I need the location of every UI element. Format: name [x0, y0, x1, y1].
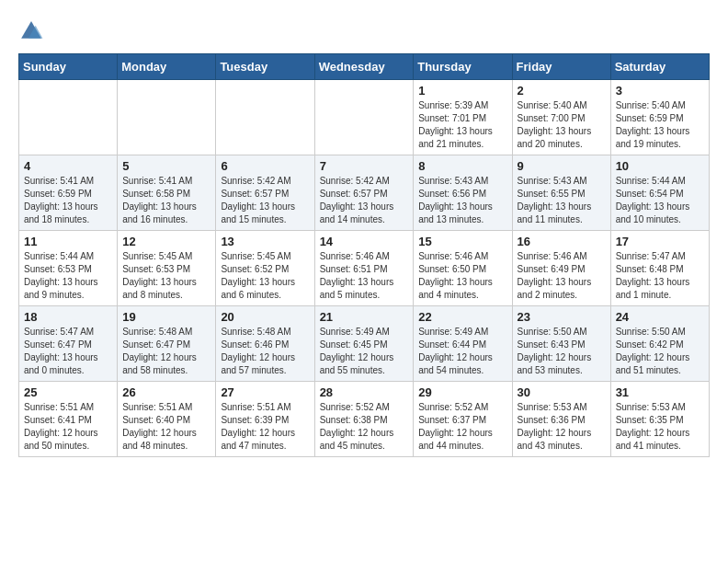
day-number: 11 — [24, 235, 112, 248]
calendar-cell: 3Sunrise: 5:40 AM Sunset: 6:59 PM Daylig… — [610, 80, 709, 155]
calendar-cell — [118, 80, 216, 155]
day-detail: Sunrise: 5:41 AM Sunset: 6:58 PM Dayligh… — [122, 175, 210, 226]
calendar-cell: 20Sunrise: 5:48 AM Sunset: 6:46 PM Dayli… — [216, 306, 314, 382]
calendar-cell: 9Sunrise: 5:43 AM Sunset: 6:55 PM Daylig… — [512, 155, 610, 231]
day-number: 6 — [221, 159, 309, 173]
day-number: 18 — [24, 310, 112, 324]
calendar-cell: 13Sunrise: 5:45 AM Sunset: 6:52 PM Dayli… — [216, 231, 314, 306]
day-detail: Sunrise: 5:46 AM Sunset: 6:50 PM Dayligh… — [418, 250, 506, 302]
day-detail: Sunrise: 5:49 AM Sunset: 6:45 PM Dayligh… — [320, 326, 409, 377]
calendar-cell — [19, 80, 118, 155]
calendar-cell: 5Sunrise: 5:41 AM Sunset: 6:58 PM Daylig… — [118, 155, 216, 231]
day-number: 1 — [418, 84, 506, 98]
calendar-cell: 25Sunrise: 5:51 AM Sunset: 6:41 PM Dayli… — [19, 382, 118, 457]
calendar-cell: 18Sunrise: 5:47 AM Sunset: 6:47 PM Dayli… — [19, 306, 118, 382]
calendar-cell: 16Sunrise: 5:46 AM Sunset: 6:49 PM Dayli… — [512, 231, 610, 306]
day-detail: Sunrise: 5:47 AM Sunset: 6:47 PM Dayligh… — [24, 326, 112, 377]
day-number: 23 — [518, 310, 606, 324]
weekday-header: Thursday — [414, 54, 512, 80]
calendar-week-row: 18Sunrise: 5:47 AM Sunset: 6:47 PM Dayli… — [19, 306, 710, 382]
day-detail: Sunrise: 5:50 AM Sunset: 6:42 PM Dayligh… — [616, 326, 704, 377]
day-detail: Sunrise: 5:48 AM Sunset: 6:46 PM Dayligh… — [221, 326, 309, 377]
day-number: 24 — [616, 310, 704, 324]
weekday-header: Saturday — [610, 54, 709, 80]
day-detail: Sunrise: 5:45 AM Sunset: 6:52 PM Dayligh… — [221, 250, 309, 302]
calendar-cell: 24Sunrise: 5:50 AM Sunset: 6:42 PM Dayli… — [610, 306, 709, 382]
day-detail: Sunrise: 5:42 AM Sunset: 6:57 PM Dayligh… — [320, 175, 409, 226]
day-number: 29 — [418, 385, 506, 399]
day-detail: Sunrise: 5:40 AM Sunset: 6:59 PM Dayligh… — [616, 99, 704, 151]
day-number: 21 — [320, 310, 409, 324]
page-header — [18, 18, 710, 44]
day-detail: Sunrise: 5:49 AM Sunset: 6:44 PM Dayligh… — [418, 326, 506, 377]
day-number: 4 — [24, 159, 112, 173]
calendar-cell: 29Sunrise: 5:52 AM Sunset: 6:37 PM Dayli… — [414, 382, 512, 457]
calendar-cell: 30Sunrise: 5:53 AM Sunset: 6:36 PM Dayli… — [512, 382, 610, 457]
calendar-cell: 21Sunrise: 5:49 AM Sunset: 6:45 PM Dayli… — [314, 306, 414, 382]
day-number: 15 — [418, 235, 506, 248]
calendar-cell — [216, 80, 314, 155]
logo — [18, 18, 50, 44]
day-number: 14 — [320, 235, 409, 248]
calendar-cell: 8Sunrise: 5:43 AM Sunset: 6:56 PM Daylig… — [414, 155, 512, 231]
calendar-week-row: 4Sunrise: 5:41 AM Sunset: 6:59 PM Daylig… — [19, 155, 710, 231]
day-detail: Sunrise: 5:43 AM Sunset: 6:55 PM Dayligh… — [518, 175, 606, 226]
day-detail: Sunrise: 5:46 AM Sunset: 6:51 PM Dayligh… — [320, 250, 409, 302]
day-detail: Sunrise: 5:51 AM Sunset: 6:39 PM Dayligh… — [221, 401, 309, 453]
calendar-cell: 6Sunrise: 5:42 AM Sunset: 6:57 PM Daylig… — [216, 155, 314, 231]
calendar-cell: 15Sunrise: 5:46 AM Sunset: 6:50 PM Dayli… — [414, 231, 512, 306]
day-detail: Sunrise: 5:48 AM Sunset: 6:47 PM Dayligh… — [122, 326, 210, 377]
calendar-week-row: 1Sunrise: 5:39 AM Sunset: 7:01 PM Daylig… — [19, 80, 710, 155]
day-number: 17 — [616, 235, 704, 248]
day-detail: Sunrise: 5:46 AM Sunset: 6:49 PM Dayligh… — [518, 250, 606, 302]
day-detail: Sunrise: 5:53 AM Sunset: 6:36 PM Dayligh… — [518, 401, 606, 453]
day-detail: Sunrise: 5:40 AM Sunset: 7:00 PM Dayligh… — [518, 99, 606, 151]
calendar-week-row: 25Sunrise: 5:51 AM Sunset: 6:41 PM Dayli… — [19, 382, 710, 457]
day-detail: Sunrise: 5:52 AM Sunset: 6:37 PM Dayligh… — [418, 401, 506, 453]
weekday-header: Friday — [512, 54, 610, 80]
weekday-header: Sunday — [19, 54, 118, 80]
calendar-cell: 26Sunrise: 5:51 AM Sunset: 6:40 PM Dayli… — [118, 382, 216, 457]
day-detail: Sunrise: 5:44 AM Sunset: 6:53 PM Dayligh… — [24, 250, 112, 302]
day-number: 13 — [221, 235, 309, 248]
day-number: 7 — [320, 159, 409, 173]
calendar-cell: 28Sunrise: 5:52 AM Sunset: 6:38 PM Dayli… — [314, 382, 414, 457]
weekday-header: Wednesday — [314, 54, 414, 80]
weekday-header: Tuesday — [216, 54, 314, 80]
day-number: 22 — [418, 310, 506, 324]
calendar-cell: 12Sunrise: 5:45 AM Sunset: 6:53 PM Dayli… — [118, 231, 216, 306]
day-number: 31 — [616, 385, 704, 399]
day-detail: Sunrise: 5:39 AM Sunset: 7:01 PM Dayligh… — [418, 99, 506, 151]
calendar-week-row: 11Sunrise: 5:44 AM Sunset: 6:53 PM Dayli… — [19, 231, 710, 306]
calendar-cell — [314, 80, 414, 155]
day-detail: Sunrise: 5:42 AM Sunset: 6:57 PM Dayligh… — [221, 175, 309, 226]
calendar-cell: 17Sunrise: 5:47 AM Sunset: 6:48 PM Dayli… — [610, 231, 709, 306]
day-detail: Sunrise: 5:53 AM Sunset: 6:35 PM Dayligh… — [616, 401, 704, 453]
day-number: 10 — [616, 159, 704, 173]
calendar-cell: 27Sunrise: 5:51 AM Sunset: 6:39 PM Dayli… — [216, 382, 314, 457]
day-number: 2 — [518, 84, 606, 98]
calendar-cell: 14Sunrise: 5:46 AM Sunset: 6:51 PM Dayli… — [314, 231, 414, 306]
calendar-cell: 4Sunrise: 5:41 AM Sunset: 6:59 PM Daylig… — [19, 155, 118, 231]
day-detail: Sunrise: 5:51 AM Sunset: 6:41 PM Dayligh… — [24, 401, 112, 453]
day-number: 30 — [518, 385, 606, 399]
day-number: 3 — [616, 84, 704, 98]
calendar-cell: 11Sunrise: 5:44 AM Sunset: 6:53 PM Dayli… — [19, 231, 118, 306]
calendar-cell: 19Sunrise: 5:48 AM Sunset: 6:47 PM Dayli… — [118, 306, 216, 382]
day-number: 8 — [418, 159, 506, 173]
day-number: 26 — [122, 385, 210, 399]
day-number: 9 — [518, 159, 606, 173]
calendar-cell: 7Sunrise: 5:42 AM Sunset: 6:57 PM Daylig… — [314, 155, 414, 231]
day-number: 28 — [320, 385, 409, 399]
day-number: 20 — [221, 310, 309, 324]
calendar-cell: 22Sunrise: 5:49 AM Sunset: 6:44 PM Dayli… — [414, 306, 512, 382]
day-number: 19 — [122, 310, 210, 324]
logo-icon — [18, 18, 44, 44]
calendar-cell: 1Sunrise: 5:39 AM Sunset: 7:01 PM Daylig… — [414, 80, 512, 155]
day-detail: Sunrise: 5:52 AM Sunset: 6:38 PM Dayligh… — [320, 401, 409, 453]
day-detail: Sunrise: 5:43 AM Sunset: 6:56 PM Dayligh… — [418, 175, 506, 226]
day-detail: Sunrise: 5:45 AM Sunset: 6:53 PM Dayligh… — [122, 250, 210, 302]
day-number: 16 — [518, 235, 606, 248]
day-number: 12 — [122, 235, 210, 248]
day-number: 27 — [221, 385, 309, 399]
